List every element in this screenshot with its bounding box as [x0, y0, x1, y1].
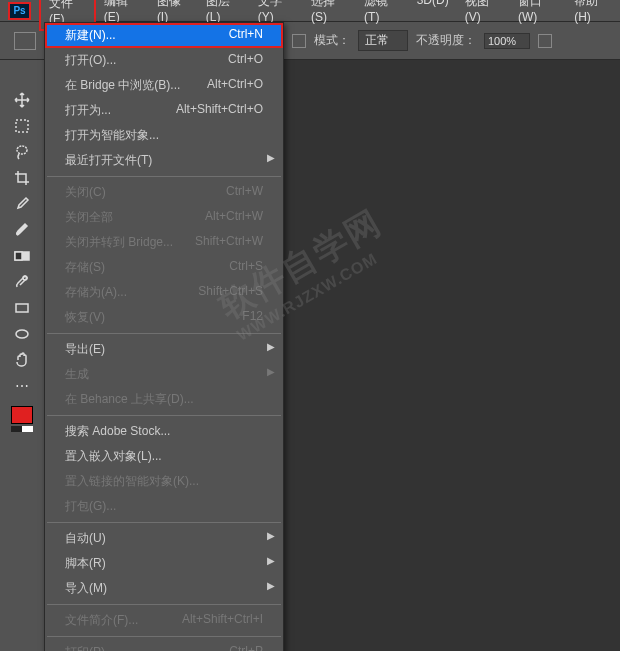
- move-tool-icon[interactable]: [10, 88, 34, 112]
- menu-entry: 生成▶: [45, 362, 283, 387]
- menu-entry-label: 存储(S): [65, 259, 105, 276]
- submenu-arrow-icon: ▶: [267, 152, 275, 163]
- menu-entry-label: 在 Bridge 中浏览(B)...: [65, 77, 180, 94]
- submenu-arrow-icon: ▶: [267, 530, 275, 541]
- menu-item[interactable]: 3D(D): [409, 0, 457, 31]
- menu-separator: [47, 604, 281, 605]
- menu-entry-label: 搜索 Adobe Stock...: [65, 423, 170, 440]
- menu-entry[interactable]: 脚本(R)▶: [45, 551, 283, 576]
- menu-entry: 存储(S)Ctrl+S: [45, 255, 283, 280]
- gradient-tool-icon[interactable]: [10, 244, 34, 268]
- menu-entry-label: 存储为(A)...: [65, 284, 127, 301]
- menu-entry-shortcut: F12: [242, 309, 263, 326]
- svg-point-4: [23, 276, 27, 280]
- menu-entry-label: 脚本(R): [65, 555, 106, 572]
- menu-entry-label: 恢复(V): [65, 309, 105, 326]
- svg-rect-0: [16, 120, 28, 132]
- menu-entry-label: 最近打开文件(T): [65, 152, 152, 169]
- lasso-tool-icon[interactable]: [10, 140, 34, 164]
- option-checkbox-2[interactable]: [538, 34, 552, 48]
- menu-entry[interactable]: 自动(U)▶: [45, 526, 283, 551]
- file-menu-dropdown: 新建(N)...Ctrl+N打开(O)...Ctrl+O在 Bridge 中浏览…: [44, 22, 284, 651]
- menu-entry[interactable]: 在 Bridge 中浏览(B)...Alt+Ctrl+O: [45, 73, 283, 98]
- mode-select[interactable]: 正常: [358, 30, 408, 51]
- menu-entry: 置入链接的智能对象(K)...: [45, 469, 283, 494]
- menu-entry-shortcut: Alt+Shift+Ctrl+I: [182, 612, 263, 629]
- menu-entry-shortcut: Ctrl+N: [229, 27, 263, 44]
- menu-entry-shortcut: Alt+Ctrl+O: [207, 77, 263, 94]
- menu-entry-shortcut: Alt+Ctrl+W: [205, 209, 263, 226]
- menu-entry-label: 在 Behance 上共享(D)...: [65, 391, 194, 408]
- menu-entry[interactable]: 打开(O)...Ctrl+O: [45, 48, 283, 73]
- menu-entry-label: 打开为智能对象...: [65, 127, 159, 144]
- mode-label: 模式：: [314, 32, 350, 49]
- menu-entry-label: 新建(N)...: [65, 27, 116, 44]
- menu-entry: 恢复(V)F12: [45, 305, 283, 330]
- menu-entry[interactable]: 打开为智能对象...: [45, 123, 283, 148]
- menu-entry[interactable]: 置入嵌入对象(L)...: [45, 444, 283, 469]
- menu-entry: 存储为(A)...Shift+Ctrl+S: [45, 280, 283, 305]
- menu-entry: 文件简介(F)...Alt+Shift+Ctrl+I: [45, 608, 283, 633]
- menu-item[interactable]: 滤镜(T): [356, 0, 409, 31]
- background-color-swatch[interactable]: [11, 426, 33, 432]
- svg-rect-3: [15, 252, 22, 260]
- menu-entry-label: 导出(E): [65, 341, 105, 358]
- menu-entry-shortcut: Ctrl+O: [228, 52, 263, 69]
- menu-item[interactable]: 窗口(W): [510, 0, 566, 31]
- dots-icon[interactable]: ⋯: [10, 374, 34, 398]
- menu-item[interactable]: 视图(V): [457, 0, 510, 31]
- ps-logo: Ps: [8, 2, 31, 20]
- menu-entry-label: 置入嵌入对象(L)...: [65, 448, 162, 465]
- svg-rect-5: [16, 304, 28, 312]
- menu-entry-label: 自动(U): [65, 530, 106, 547]
- menu-entry[interactable]: 打开为...Alt+Shift+Ctrl+O: [45, 98, 283, 123]
- menu-entry[interactable]: 最近打开文件(T)▶: [45, 148, 283, 173]
- opacity-label: 不透明度：: [416, 32, 476, 49]
- menu-entry[interactable]: 搜索 Adobe Stock...: [45, 419, 283, 444]
- menubar: Ps 文件(F)编辑(E)图像(I)图层(L)文字(Y)选择(S)滤镜(T)3D…: [0, 0, 620, 22]
- foreground-color-swatch[interactable]: [11, 406, 33, 424]
- menu-entry: 打包(G)...: [45, 494, 283, 519]
- tool-preset-icon[interactable]: [14, 32, 36, 50]
- menu-entry-shortcut: Shift+Ctrl+S: [198, 284, 263, 301]
- menu-entry-label: 导入(M): [65, 580, 107, 597]
- menu-entry: 关闭(C)Ctrl+W: [45, 180, 283, 205]
- crop-tool-icon[interactable]: [10, 166, 34, 190]
- marquee-tool-icon[interactable]: [10, 114, 34, 138]
- submenu-arrow-icon: ▶: [267, 366, 275, 377]
- menu-entry-label: 打印(P)...: [65, 644, 115, 651]
- rectangle-tool-icon[interactable]: [10, 296, 34, 320]
- option-checkbox-1[interactable]: [292, 34, 306, 48]
- menu-entry[interactable]: 导出(E)▶: [45, 337, 283, 362]
- svg-point-1: [17, 146, 27, 154]
- menu-entry[interactable]: 新建(N)...Ctrl+N: [45, 23, 283, 48]
- hand-tool-icon[interactable]: [10, 348, 34, 372]
- menu-entry-label: 置入链接的智能对象(K)...: [65, 473, 199, 490]
- menu-separator: [47, 176, 281, 177]
- menu-separator: [47, 415, 281, 416]
- menu-separator: [47, 522, 281, 523]
- menu-item[interactable]: 帮助(H): [566, 0, 620, 31]
- submenu-arrow-icon: ▶: [267, 341, 275, 352]
- brush-tool-icon[interactable]: [10, 218, 34, 242]
- eyedropper-tool-icon[interactable]: [10, 192, 34, 216]
- menu-entry-shortcut: Ctrl+S: [229, 259, 263, 276]
- menu-entry-shortcut: Ctrl+W: [226, 184, 263, 201]
- menu-entry: 关闭全部Alt+Ctrl+W: [45, 205, 283, 230]
- submenu-arrow-icon: ▶: [267, 555, 275, 566]
- menu-entry-label: 文件简介(F)...: [65, 612, 138, 629]
- menu-entry-label: 关闭并转到 Bridge...: [65, 234, 173, 251]
- menu-entry-label: 关闭(C): [65, 184, 106, 201]
- opacity-input[interactable]: 100%: [484, 33, 530, 49]
- menu-separator: [47, 636, 281, 637]
- tools-panel: ⋯: [0, 60, 44, 651]
- svg-point-6: [16, 330, 28, 338]
- submenu-arrow-icon: ▶: [267, 580, 275, 591]
- menu-entry[interactable]: 导入(M)▶: [45, 576, 283, 601]
- menu-entry-label: 打开(O)...: [65, 52, 116, 69]
- history-brush-tool-icon[interactable]: [10, 270, 34, 294]
- ellipse-tool-icon[interactable]: [10, 322, 34, 346]
- menu-item[interactable]: 选择(S): [303, 0, 356, 31]
- menu-entry: 关闭并转到 Bridge...Shift+Ctrl+W: [45, 230, 283, 255]
- menu-entry: 在 Behance 上共享(D)...: [45, 387, 283, 412]
